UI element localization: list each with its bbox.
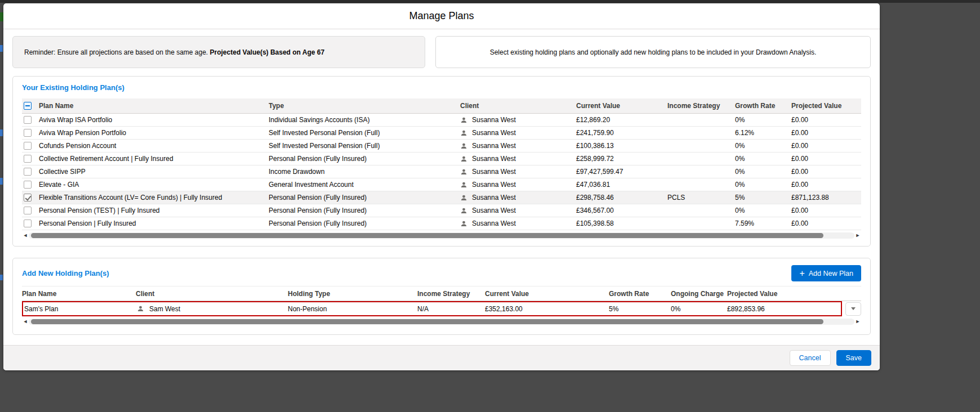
person-icon <box>460 194 467 201</box>
current-value-cell: £105,398.58 <box>576 220 667 227</box>
existing-plans-heading: Your Existing Holding Plan(s) <box>22 83 861 92</box>
current-value-cell: £241,759.90 <box>576 129 667 137</box>
caret-down-icon <box>851 307 856 310</box>
type-cell: Individual Savings Accounts (ISA) <box>269 116 460 124</box>
person-icon <box>460 129 467 137</box>
add-new-plans-heading: Add New Holding Plan(s) <box>22 269 109 277</box>
checkbox-cell <box>22 220 39 228</box>
client-name: Susanna West <box>472 168 516 176</box>
growth-rate-cell: 0% <box>735 116 791 124</box>
scroll-right-arrow[interactable]: ► <box>854 232 861 239</box>
scroll-left-arrow[interactable]: ◄ <box>22 232 29 239</box>
column-header-projected-value: Projected Value <box>727 290 861 298</box>
new-plan-row-highlighted[interactable]: Sam's Plan Sam West Non-Pension N/A £352… <box>22 301 842 316</box>
row-checkbox[interactable] <box>24 220 32 227</box>
growth-rate-cell: 0% <box>735 168 791 176</box>
current-value-cell: £346,567.00 <box>576 207 667 214</box>
table-row[interactable]: Aviva Wrap ISA Portfolio Individual Savi… <box>22 114 861 127</box>
existing-plans-section: Your Existing Holding Plan(s) Plan Name … <box>12 76 871 247</box>
column-header-income-strategy: Income Strategy <box>417 290 485 298</box>
row-checkbox[interactable] <box>24 168 32 176</box>
background-page-fragment <box>0 45 3 52</box>
select-all-checkbox[interactable] <box>24 102 32 110</box>
type-cell: General Investment Account <box>269 181 460 189</box>
row-checkbox[interactable] <box>24 181 32 189</box>
row-checkbox[interactable] <box>24 207 32 214</box>
projected-value-cell: £0.00 <box>791 181 861 189</box>
background-page-fragment <box>0 0 980 3</box>
modal-title: Manage Plans <box>409 10 474 22</box>
growth-rate-cell: 0% <box>735 155 791 163</box>
modal-footer: Cancel Save <box>3 345 880 370</box>
scrollbar-track[interactable] <box>29 232 854 239</box>
table-row[interactable]: Cofunds Pension Account Self Invested Pe… <box>22 140 861 153</box>
current-value-cell: £258,999.72 <box>576 155 667 163</box>
projected-value-cell: £0.00 <box>791 220 861 227</box>
checkbox-cell <box>22 207 39 215</box>
client-cell: Susanna West <box>460 220 576 227</box>
horizontal-scrollbar[interactable]: ◄ ► <box>22 232 861 239</box>
income-strategy-cell: PCLS <box>667 194 735 201</box>
row-checkbox[interactable] <box>24 194 32 201</box>
column-header-plan-name: Plan Name <box>22 290 136 298</box>
table-row[interactable]: Elevate - GIA General Investment Account… <box>22 178 861 191</box>
row-checkbox[interactable] <box>24 129 32 137</box>
background-page-fragment <box>0 178 3 185</box>
projected-value-cell: £0.00 <box>791 155 861 163</box>
table-row[interactable]: Collective SIPP Income Drawdown Susanna … <box>22 165 861 178</box>
background-page-fragment <box>0 275 3 280</box>
column-header-type: Type <box>269 102 460 110</box>
plan-name-cell: Collective Retirement Account | Fully In… <box>39 155 269 163</box>
plan-name-cell: Sam's Plan <box>23 305 136 313</box>
scroll-left-arrow[interactable]: ◄ <box>22 318 29 325</box>
table-row[interactable]: Aviva Wrap Pension Portfolio Self Invest… <box>22 127 861 140</box>
checkbox-cell <box>22 168 39 176</box>
scrollbar-thumb[interactable] <box>31 233 823 238</box>
current-value-cell: £12,869.20 <box>576 116 667 124</box>
table-row-selected[interactable]: Flexible Transitions Account (LV= Core F… <box>22 191 861 204</box>
checkbox-cell <box>22 194 39 202</box>
client-cell: Susanna West <box>460 194 576 201</box>
table-row[interactable]: Personal Pension (TEST) | Fully Insured … <box>22 204 861 217</box>
cancel-button[interactable]: Cancel <box>790 350 831 366</box>
row-actions-dropdown-button[interactable] <box>845 302 861 316</box>
client-cell: Sam West <box>136 305 288 313</box>
client-cell: Susanna West <box>460 168 576 176</box>
plan-name-cell: Collective SIPP <box>39 168 269 176</box>
type-cell: Personal Pension (Fully Insured) <box>269 194 460 201</box>
growth-rate-cell: 5% <box>735 194 791 201</box>
client-cell: Susanna West <box>460 129 576 137</box>
existing-table-header: Plan Name Type Client Current Value Inco… <box>22 98 861 114</box>
column-header-projected-value: Projected Value <box>791 102 861 110</box>
scrollbar-thumb[interactable] <box>31 319 823 324</box>
row-checkbox[interactable] <box>24 142 32 150</box>
row-checkbox[interactable] <box>24 116 32 124</box>
plan-name-cell: Personal Pension | Fully Insured <box>39 220 269 227</box>
type-cell: Self Invested Personal Pension (Full) <box>269 142 460 150</box>
reminder-text: Reminder: Ensure all projections are bas… <box>24 48 324 56</box>
table-row[interactable]: Personal Pension | Fully Insured Persona… <box>22 217 861 230</box>
plan-name-cell: Aviva Wrap Pension Portfolio <box>39 129 269 137</box>
person-icon <box>460 155 467 163</box>
projected-value-cell: £0.00 <box>791 142 861 150</box>
client-name: Susanna West <box>472 194 516 201</box>
projected-value-cell: £871,123.88 <box>791 194 861 201</box>
current-value-cell: £298,758.46 <box>576 194 667 201</box>
add-new-plan-button[interactable]: + Add New Plan <box>791 265 861 281</box>
horizontal-scrollbar[interactable]: ◄ ► <box>22 318 861 325</box>
client-cell: Susanna West <box>460 116 576 124</box>
table-row[interactable]: Collective Retirement Account | Fully In… <box>22 153 861 165</box>
plan-name-cell: Personal Pension (TEST) | Fully Insured <box>39 207 269 214</box>
scroll-right-arrow[interactable]: ► <box>854 318 861 325</box>
row-checkbox[interactable] <box>24 155 32 163</box>
save-button[interactable]: Save <box>836 350 872 366</box>
column-header-ongoing-charge: Ongoing Charge <box>671 290 727 298</box>
current-value-cell: £97,427,599.47 <box>576 168 667 176</box>
instruction-banner: Select existing holding plans and option… <box>435 36 871 68</box>
reminder-banner: Reminder: Ensure all projections are bas… <box>12 36 425 68</box>
instruction-text: Select existing holding plans and option… <box>490 48 817 56</box>
plus-icon: + <box>799 269 804 278</box>
scrollbar-track[interactable] <box>29 319 854 325</box>
client-name: Susanna West <box>472 207 516 214</box>
checkbox-cell <box>22 142 39 150</box>
